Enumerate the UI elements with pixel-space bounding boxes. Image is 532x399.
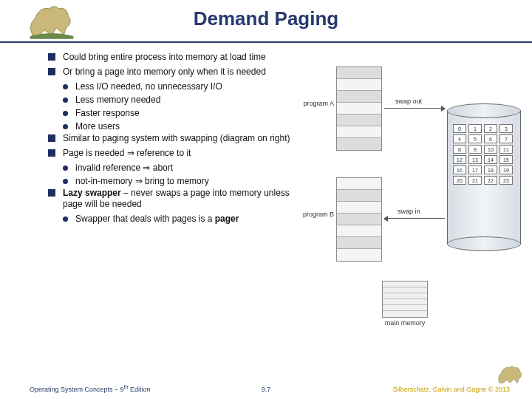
bullet-text: Page is needed reference to it (63, 148, 292, 159)
disk-cylinder: 01234567891011121314151617181920212223 (447, 103, 521, 251)
page-cell: 3 (499, 124, 513, 133)
bullet-level2: invalid reference abort (63, 163, 292, 174)
page-cell: 21 (468, 176, 482, 185)
page-cell: 1 (468, 124, 482, 133)
bullet-level1: Page is needed reference to it (48, 148, 292, 159)
bullet-text: Less I/O needed, no unnecessary I/O (75, 81, 292, 92)
page-cell: 20 (453, 176, 466, 185)
circle-bullet-icon (63, 166, 68, 171)
circle-bullet-icon (63, 111, 68, 116)
program-b-block (336, 177, 382, 262)
bullet-text: Similar to paging system with swapping (… (63, 133, 292, 144)
slide-header: Demand Paging (0, 0, 532, 43)
bullet-level1: Or bring a page into memory only when it… (48, 66, 292, 78)
bullet-level1: Similar to paging system with swapping (… (48, 133, 292, 144)
square-bullet-icon (48, 53, 55, 61)
bullet-list: Could bring entire process into memory a… (48, 52, 292, 225)
page-cell: 8 (453, 145, 466, 154)
bullet-level1: Could bring entire process into memory a… (48, 52, 292, 63)
square-bullet-icon (48, 149, 55, 157)
program-a-label: program A (296, 100, 334, 107)
bullet-text: Less memory needed (75, 95, 292, 106)
page-cell: 13 (468, 155, 482, 164)
square-bullet-icon (48, 134, 55, 142)
bullet-level2: Swapper that deals with pages is a pager (63, 214, 292, 225)
page-cell: 14 (484, 155, 497, 164)
circle-bullet-icon (63, 124, 68, 129)
bullet-level1: Lazy swapper – never swaps a page into m… (48, 188, 292, 210)
program-b-label: program B (296, 211, 334, 218)
main-memory-block (382, 281, 428, 318)
swap-in-arrow (384, 218, 445, 225)
bullet-text: Or bring a page into memory only when it… (63, 66, 292, 78)
page-cell: 19 (499, 166, 513, 174)
slide-title: Demand Paging (0, 0, 532, 30)
circle-bullet-icon (63, 216, 68, 222)
page-cell: 23 (499, 176, 513, 185)
bullet-level2: not-in-memory bring to memory (63, 176, 292, 187)
square-bullet-icon (48, 189, 55, 197)
swap-out-label: swap out (395, 98, 422, 105)
footer-left: Operating System Concepts – 9th Edition (30, 384, 150, 393)
dinosaur-small-icon (495, 364, 526, 386)
slide-footer: Operating System Concepts – 9th Edition … (0, 380, 532, 399)
swap-in-label: swap in (398, 208, 420, 215)
page-cell: 22 (484, 176, 497, 185)
bullet-text: invalid reference abort (75, 163, 292, 174)
page-cell: 15 (499, 155, 513, 164)
page-cell: 18 (484, 166, 497, 174)
bullet-text: not-in-memory bring to memory (75, 176, 292, 187)
circle-bullet-icon (63, 84, 68, 89)
bullet-text: More users (75, 121, 292, 132)
page-cell: 0 (453, 124, 466, 133)
footer-left-b: Edition (128, 386, 150, 393)
page-cell: 9 (468, 145, 482, 154)
page-cell: 4 (453, 134, 466, 143)
main-memory-label: main memory (373, 319, 437, 327)
bullet-text: Swapper that deals with pages is a pager (75, 214, 292, 225)
bullet-text: Could bring entire process into memory a… (63, 52, 292, 63)
page-grid: 01234567891011121314151617181920212223 (453, 124, 513, 185)
bullet-text: Faster response (75, 108, 292, 119)
page-cell: 6 (484, 134, 497, 143)
page-cell: 11 (499, 145, 513, 154)
footer-left-a: Operating System Concepts – 9 (30, 386, 124, 393)
bullet-text: Lazy swapper – never swaps a page into m… (63, 188, 292, 210)
swap-diagram: program A program B main memory swap out… (296, 66, 525, 332)
footer-right: Silberschatz, Galvin and Gagne © 2013 (393, 386, 510, 393)
page-cell: 5 (468, 134, 482, 143)
program-a-block (336, 66, 382, 151)
page-cell: 16 (453, 166, 466, 174)
page-cell: 7 (499, 134, 513, 143)
page-cell: 17 (468, 166, 482, 174)
circle-bullet-icon (63, 98, 68, 103)
footer-page: 9.7 (262, 386, 271, 393)
page-cell: 2 (484, 124, 497, 133)
page-cell: 10 (484, 145, 497, 154)
circle-bullet-icon (63, 179, 68, 184)
dinosaur-icon (26, 1, 78, 40)
bullet-level2: Less memory needed (63, 95, 292, 106)
bullet-level2: More users (63, 121, 292, 132)
bullet-level2: Faster response (63, 108, 292, 119)
swap-out-arrow (384, 108, 445, 115)
bullet-level2: Less I/O needed, no unnecessary I/O (63, 81, 292, 92)
page-cell: 12 (453, 155, 466, 164)
square-bullet-icon (48, 68, 55, 75)
